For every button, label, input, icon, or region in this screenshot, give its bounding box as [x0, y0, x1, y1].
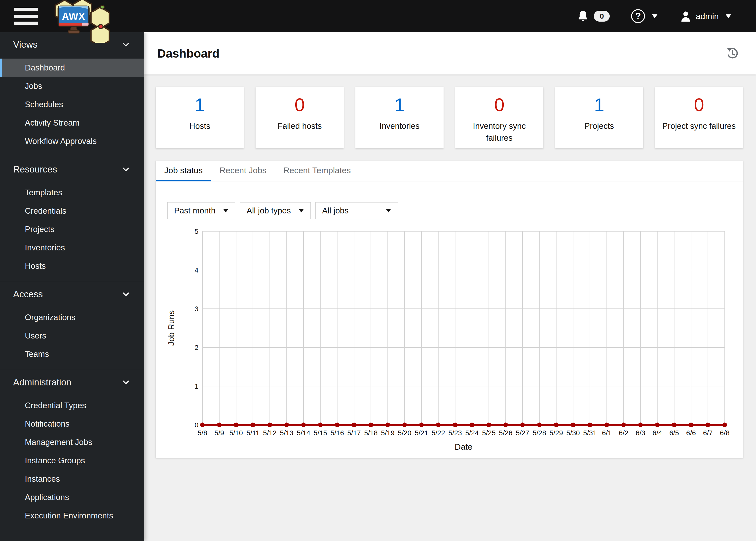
x-axis-title: Date [455, 442, 473, 451]
job-status-chart: 0123455/85/95/105/115/125/135/145/155/16… [156, 223, 743, 458]
chart-point[interactable] [706, 423, 710, 427]
chart-point[interactable] [369, 423, 373, 427]
main-area: Dashboard 1Hosts0Failed hosts1Inventorie… [144, 32, 756, 541]
filter-select-all-job-types[interactable]: All job types [240, 202, 311, 220]
y-axis-tick-label: 5 [194, 228, 198, 235]
sidebar-item-inventories[interactable]: Inventories [0, 239, 144, 257]
stat-card-projects[interactable]: 1Projects [555, 87, 643, 148]
help-icon[interactable]: ? [631, 9, 645, 23]
notification-count-badge[interactable]: 0 [594, 11, 610, 22]
line-chart-svg: 0123455/85/95/105/115/125/135/145/155/16… [156, 223, 743, 458]
stat-card-inventory-sync-failures[interactable]: 0Inventory sync failures [455, 87, 543, 148]
tab-recent-jobs[interactable]: Recent Jobs [211, 161, 275, 182]
x-axis-tick-label: 5/20 [398, 429, 412, 437]
nav-toggle-button[interactable] [14, 8, 38, 25]
refresh-history-icon[interactable] [726, 47, 739, 60]
filter-selected-value: All jobs [322, 206, 348, 216]
stat-card-failed-hosts[interactable]: 0Failed hosts [256, 87, 344, 148]
sidebar-item-credential-types[interactable]: Credential Types [0, 396, 144, 415]
sidebar-item-users[interactable]: Users [0, 326, 144, 345]
nav-section-header-access[interactable]: Access [0, 287, 144, 302]
chart-point[interactable] [251, 423, 255, 427]
sidebar-item-activity-stream[interactable]: Activity Stream [0, 114, 144, 132]
chart-point[interactable] [487, 423, 491, 427]
tab-recent-templates[interactable]: Recent Templates [275, 161, 359, 182]
x-axis-tick-label: 5/16 [330, 429, 344, 437]
chart-point[interactable] [722, 423, 727, 427]
help-menu-caret-icon[interactable] [652, 14, 657, 18]
chart-point[interactable] [672, 423, 677, 427]
page-header: Dashboard [144, 32, 756, 74]
stat-card-project-sync-failures[interactable]: 0Project sync failures [655, 87, 743, 148]
sidebar-item-jobs[interactable]: Jobs [0, 77, 144, 95]
x-axis-tick-label: 5/11 [246, 429, 259, 437]
sidebar-item-execution-environments[interactable]: Execution Environments [0, 506, 144, 525]
chart-point[interactable] [638, 423, 643, 427]
chart-point[interactable] [301, 423, 306, 427]
stat-value: 0 [256, 96, 344, 114]
x-axis-tick-label: 5/18 [364, 429, 378, 437]
sidebar-item-credentials[interactable]: Credentials [0, 202, 144, 220]
sidebar-item-schedules[interactable]: Schedules [0, 95, 144, 114]
chart-point[interactable] [571, 423, 575, 427]
chart-point[interactable] [554, 423, 559, 427]
sidebar-item-projects[interactable]: Projects [0, 220, 144, 239]
chart-point[interactable] [419, 423, 424, 427]
sidebar-item-organizations[interactable]: Organizations [0, 308, 144, 326]
filter-selected-value: All job types [247, 206, 291, 216]
filter-select-past-month[interactable]: Past month [167, 202, 235, 220]
chart-point[interactable] [267, 423, 272, 427]
chart-point[interactable] [318, 423, 323, 427]
chart-point[interactable] [352, 423, 356, 427]
chart-point[interactable] [503, 423, 508, 427]
sidebar-item-hosts[interactable]: Hosts [0, 257, 144, 275]
chart-point[interactable] [335, 423, 340, 427]
sidebar-item-applications[interactable]: Applications [0, 488, 144, 506]
x-axis-tick-label: 6/3 [636, 429, 645, 437]
sidebar-item-templates[interactable]: Templates [0, 184, 144, 202]
sidebar-item-teams[interactable]: Teams [0, 345, 144, 363]
x-axis-tick-label: 6/1 [602, 429, 612, 437]
chart-point[interactable] [200, 423, 205, 427]
sidebar-item-dashboard[interactable]: Dashboard [0, 59, 144, 77]
chart-point[interactable] [588, 423, 592, 427]
user-menu-caret-icon[interactable] [726, 14, 731, 18]
nav-section-header-administration[interactable]: Administration [0, 375, 144, 390]
sidebar-item-instances[interactable]: Instances [0, 470, 144, 488]
chart-point[interactable] [284, 423, 289, 427]
chart-point[interactable] [234, 423, 238, 427]
notifications-bell-icon[interactable] [577, 10, 588, 22]
chart-point[interactable] [402, 423, 407, 427]
stat-card-inventories[interactable]: 1Inventories [355, 87, 444, 148]
nav-section-header-resources[interactable]: Resources [0, 162, 144, 177]
hamburger-bar [14, 15, 38, 18]
chart-point[interactable] [537, 423, 542, 427]
stat-label: Inventory sync failures [455, 120, 543, 144]
chart-point[interactable] [605, 423, 609, 427]
sidebar-item-notifications[interactable]: Notifications [0, 415, 144, 433]
masthead: AWX 0 ? admin [0, 0, 756, 32]
sidebar-item-management-jobs[interactable]: Management Jobs [0, 433, 144, 451]
sidebar-item-workflow-approvals[interactable]: Workflow Approvals [0, 132, 144, 150]
chart-point[interactable] [385, 423, 390, 427]
nav-list: OrganizationsUsersTeams [0, 308, 144, 363]
chart-point[interactable] [470, 423, 474, 427]
chart-point[interactable] [689, 423, 693, 427]
user-menu[interactable]: admin [680, 10, 731, 22]
nav-section-label: Administration [13, 377, 71, 388]
chart-point[interactable] [655, 423, 660, 427]
chart-point[interactable] [436, 423, 441, 427]
chart-point[interactable] [453, 423, 457, 427]
awx-logo[interactable]: AWX [49, 0, 111, 32]
job-status-panel: Job statusRecent JobsRecent Templates Pa… [156, 161, 743, 458]
stat-card-hosts[interactable]: 1Hosts [156, 87, 244, 148]
tab-job-status[interactable]: Job status [156, 161, 211, 182]
chart-point[interactable] [621, 423, 626, 427]
chart-point[interactable] [217, 423, 222, 427]
y-axis-tick-label: 0 [194, 421, 198, 429]
chart-point[interactable] [520, 423, 525, 427]
x-axis-tick-label: 5/26 [499, 429, 512, 437]
stat-value: 1 [555, 96, 643, 114]
filter-select-all-jobs[interactable]: All jobs [315, 202, 398, 220]
sidebar-item-instance-groups[interactable]: Instance Groups [0, 451, 144, 470]
